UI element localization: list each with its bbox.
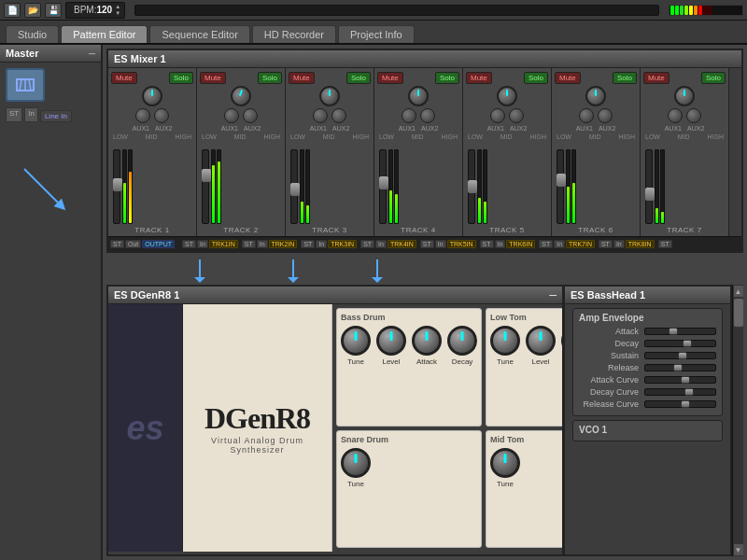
- ch2-solo[interactable]: Solo: [258, 72, 282, 84]
- attack-curve-slider[interactable]: [644, 376, 716, 384]
- release-slider[interactable]: [644, 364, 716, 371]
- ch2-aux2-knob[interactable]: [243, 108, 258, 123]
- sig-st-5[interactable]: ST: [360, 240, 374, 248]
- sig-out[interactable]: Out: [125, 240, 141, 248]
- ch3-solo[interactable]: Solo: [346, 72, 371, 84]
- sig-st-3[interactable]: ST: [242, 240, 256, 248]
- dgenr8-minimize[interactable]: ─: [549, 289, 557, 301]
- sig-st-8[interactable]: ST: [539, 240, 553, 248]
- attack-curve-thumb[interactable]: [681, 376, 690, 384]
- tab-project-info[interactable]: Project Info: [338, 25, 415, 43]
- sig-st-2[interactable]: ST: [182, 240, 196, 248]
- ch4-main-knob[interactable]: [408, 86, 429, 106]
- ch7-fader-track[interactable]: [645, 149, 653, 224]
- sig-in-6[interactable]: In: [495, 240, 506, 248]
- tab-studio[interactable]: Studio: [6, 25, 59, 43]
- ch1-fader-track[interactable]: [113, 149, 120, 224]
- ch5-aux1-knob[interactable]: [490, 108, 505, 123]
- ch3-aux2-knob[interactable]: [331, 108, 346, 123]
- sig-in-7[interactable]: In: [554, 240, 565, 248]
- ch2-main-knob[interactable]: [231, 86, 251, 106]
- tab-hd-recorder[interactable]: HD Recorder: [252, 25, 336, 43]
- ch1-solo[interactable]: Solo: [169, 72, 193, 84]
- ch3-fader-track[interactable]: [290, 149, 298, 224]
- release-curve-thumb[interactable]: [681, 400, 690, 408]
- save-button[interactable]: 💾: [45, 3, 62, 18]
- ch3-mute[interactable]: Mute: [289, 72, 315, 84]
- ch2-fader-track[interactable]: [202, 149, 209, 224]
- lowtom-level-knob[interactable]: [526, 326, 556, 356]
- sig-st-9[interactable]: ST: [599, 240, 613, 248]
- ch5-mute[interactable]: Mute: [466, 72, 492, 84]
- bass-decay-knob[interactable]: [447, 326, 477, 356]
- ch7-solo[interactable]: Solo: [701, 72, 726, 84]
- st-button[interactable]: ST: [6, 107, 22, 122]
- open-button[interactable]: 📂: [24, 3, 41, 18]
- decay-slider[interactable]: [644, 340, 716, 347]
- sig-st-6[interactable]: ST: [420, 240, 434, 248]
- sig-st-10[interactable]: ST: [658, 240, 672, 248]
- bpm-up-arrow[interactable]: ▲: [115, 4, 120, 10]
- sig-in-2[interactable]: In: [257, 240, 268, 248]
- ch1-mute[interactable]: Mute: [111, 72, 137, 84]
- release-curve-slider[interactable]: [644, 400, 716, 408]
- attack-slider[interactable]: [644, 328, 716, 335]
- scroll-thumb[interactable]: [734, 299, 743, 327]
- ch1-main-knob[interactable]: [142, 86, 162, 106]
- ch7-mute[interactable]: Mute: [643, 72, 669, 84]
- ch3-fader-knob[interactable]: [290, 183, 300, 196]
- sig-st-1[interactable]: ST: [110, 240, 124, 248]
- ch5-aux2-knob[interactable]: [509, 108, 524, 123]
- sig-st-7[interactable]: ST: [480, 240, 494, 248]
- ch7-main-knob[interactable]: [674, 86, 695, 106]
- scroll-down-button[interactable]: ▼: [733, 543, 744, 556]
- ch7-aux2-knob[interactable]: [686, 108, 701, 123]
- ch2-aux1-knob[interactable]: [224, 108, 239, 123]
- ch4-mute[interactable]: Mute: [377, 72, 403, 84]
- ch1-fader-knob[interactable]: [113, 178, 122, 191]
- ch7-fader-knob[interactable]: [645, 188, 655, 201]
- ch1-aux2-knob[interactable]: [154, 108, 169, 123]
- ch4-solo[interactable]: Solo: [435, 72, 459, 84]
- ch4-fader-track[interactable]: [379, 149, 387, 224]
- ch7-aux1-knob[interactable]: [668, 108, 683, 123]
- snare-tune-knob[interactable]: [341, 448, 371, 478]
- ch6-fader-knob[interactable]: [557, 174, 566, 187]
- sig-in-1[interactable]: In: [197, 240, 208, 248]
- ch6-aux2-knob[interactable]: [598, 108, 613, 123]
- sustain-slider[interactable]: [644, 352, 716, 359]
- ch4-aux1-knob[interactable]: [402, 108, 416, 123]
- decay-curve-slider[interactable]: [644, 388, 716, 396]
- attack-thumb[interactable]: [669, 328, 678, 335]
- ch2-fader-knob[interactable]: [202, 169, 211, 182]
- transport-bar[interactable]: [134, 5, 659, 16]
- ch5-solo[interactable]: Solo: [524, 72, 548, 84]
- sig-in-5[interactable]: In: [435, 240, 446, 248]
- tab-sequence-editor[interactable]: Sequence Editor: [149, 25, 249, 43]
- sig-in-4[interactable]: In: [375, 240, 387, 248]
- sustain-thumb[interactable]: [678, 352, 687, 359]
- master-minimize[interactable]: ─: [89, 49, 95, 59]
- new-button[interactable]: 📄: [4, 3, 21, 18]
- in-button[interactable]: In: [24, 107, 38, 122]
- ch2-mute[interactable]: Mute: [200, 72, 226, 84]
- midtom-tune-knob[interactable]: [490, 448, 520, 478]
- bpm-down-arrow[interactable]: ▼: [115, 10, 120, 17]
- ch5-fader-track[interactable]: [468, 149, 475, 224]
- ch6-fader-track[interactable]: [557, 149, 564, 224]
- sig-in-3[interactable]: In: [316, 240, 327, 248]
- ch6-aux1-knob[interactable]: [579, 108, 594, 123]
- ch5-main-knob[interactable]: [497, 86, 517, 106]
- ch6-main-knob[interactable]: [585, 86, 606, 106]
- release-thumb[interactable]: [673, 364, 683, 371]
- bass-level-knob[interactable]: [376, 326, 406, 356]
- lowtom-tune-knob[interactable]: [490, 326, 520, 356]
- ch4-aux2-knob[interactable]: [420, 108, 435, 123]
- bass-attack-knob[interactable]: [412, 326, 442, 356]
- scroll-up-button[interactable]: ▲: [733, 285, 744, 298]
- ch4-fader-knob[interactable]: [379, 176, 388, 189]
- ch6-mute[interactable]: Mute: [555, 72, 581, 84]
- tab-pattern-editor[interactable]: Pattern Editor: [61, 25, 148, 43]
- ch5-fader-knob[interactable]: [468, 180, 477, 193]
- line-in-button[interactable]: Line In: [40, 110, 72, 122]
